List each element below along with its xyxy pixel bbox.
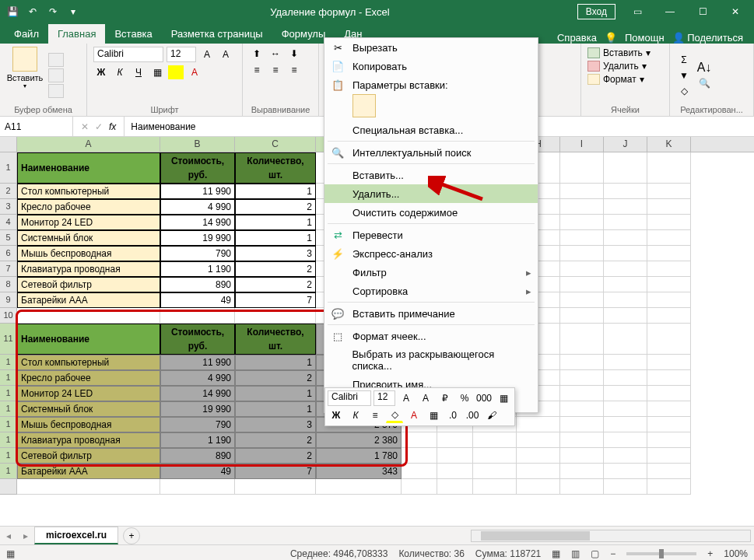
cell[interactable] xyxy=(560,261,604,277)
cell[interactable] xyxy=(517,417,560,432)
cell[interactable]: Системный блок xyxy=(17,401,160,417)
shrink-font-icon[interactable]: A xyxy=(218,47,233,61)
cell[interactable]: Количество, шт. xyxy=(235,152,316,184)
name-box[interactable]: A11 xyxy=(0,117,73,136)
cell[interactable] xyxy=(604,277,647,292)
cell[interactable] xyxy=(437,464,473,479)
sheet-tab[interactable]: microexcel.ru xyxy=(34,527,118,544)
cell[interactable]: 343 xyxy=(316,464,402,479)
cell[interactable]: Наименование xyxy=(17,324,160,355)
row-header[interactable]: 1 xyxy=(0,355,17,370)
cell[interactable]: 2 xyxy=(235,277,316,292)
format-painter-icon[interactable] xyxy=(48,84,64,98)
cell[interactable] xyxy=(517,464,560,479)
cell[interactable]: 2 xyxy=(235,432,316,448)
minimize-icon[interactable]: — xyxy=(654,1,686,23)
ctx-smart-lookup[interactable]: 🔍Интеллектуальный поиск xyxy=(324,143,538,162)
cell[interactable]: 1 780 xyxy=(316,448,402,464)
underline-button[interactable]: Ч xyxy=(131,65,146,79)
mini-painter-icon[interactable]: 🖌 xyxy=(483,408,500,423)
share-button[interactable]: 👤 Поделиться xyxy=(672,32,743,44)
mini-size-select[interactable]: 12 xyxy=(373,390,395,406)
cell[interactable] xyxy=(517,479,560,495)
mini-border-icon[interactable]: ▦ xyxy=(425,408,442,423)
row-header[interactable]: 7 xyxy=(0,261,17,277)
row-header[interactable]: 1 xyxy=(0,386,17,401)
mini-shrink-font-icon[interactable]: A xyxy=(417,390,434,406)
cell[interactable] xyxy=(560,386,604,401)
cell[interactable] xyxy=(560,199,604,215)
cell[interactable] xyxy=(560,324,604,355)
row-header[interactable]: 11 xyxy=(0,324,17,355)
cell[interactable]: 49 xyxy=(160,292,235,308)
cell[interactable]: 2 380 xyxy=(316,432,402,448)
maximize-icon[interactable]: ☐ xyxy=(687,1,718,23)
cell[interactable]: 1 xyxy=(235,215,316,230)
cell[interactable] xyxy=(647,308,691,324)
cell[interactable] xyxy=(402,464,437,479)
ctx-paste-special[interactable]: Специальная вставка... xyxy=(324,121,538,139)
cell[interactable]: Монитор 24 LED xyxy=(17,386,160,401)
cell[interactable]: 14 990 xyxy=(160,215,235,230)
cells-format-button[interactable]: Формат ▾ xyxy=(587,73,663,86)
cell[interactable] xyxy=(647,277,691,292)
find-icon[interactable]: 🔍 xyxy=(696,76,712,90)
align-mid-icon[interactable]: ↔ xyxy=(268,47,283,61)
align-center-icon[interactable]: ≡ xyxy=(268,63,283,77)
view-layout-icon[interactable]: ▥ xyxy=(571,548,580,559)
cell[interactable]: Клавиатура проводная xyxy=(17,261,160,277)
row-header[interactable]: 1 xyxy=(0,448,17,464)
cell[interactable]: 1 xyxy=(235,230,316,246)
cell[interactable] xyxy=(647,432,691,448)
row-header[interactable]: 1 xyxy=(0,152,17,184)
tell-me-icon[interactable]: 💡 xyxy=(605,32,617,44)
tab-help[interactable]: Справка xyxy=(557,32,597,44)
add-sheet-button[interactable]: + xyxy=(123,527,140,544)
cell[interactable]: Стол компьютерный xyxy=(17,355,160,370)
cell[interactable] xyxy=(437,479,473,495)
tab-home[interactable]: Главная xyxy=(48,24,105,44)
cell[interactable]: 11 990 xyxy=(160,184,235,199)
ctx-quick-analysis[interactable]: ⚡Экспресс-анализ xyxy=(324,244,538,263)
cell[interactable] xyxy=(647,464,691,479)
cell[interactable] xyxy=(647,184,691,199)
accept-formula-icon[interactable]: ✓ xyxy=(95,121,103,132)
col-header[interactable]: I xyxy=(560,137,604,152)
cell[interactable]: 19 990 xyxy=(160,230,235,246)
cell[interactable] xyxy=(647,448,691,464)
cell[interactable] xyxy=(560,448,604,464)
cell[interactable] xyxy=(604,432,647,448)
cell[interactable]: 2 xyxy=(235,370,316,386)
cell[interactable] xyxy=(604,386,647,401)
cell[interactable] xyxy=(604,355,647,370)
cell[interactable] xyxy=(604,246,647,261)
cell[interactable] xyxy=(604,448,647,464)
cell[interactable] xyxy=(316,479,402,495)
horizontal-scrollbar[interactable] xyxy=(471,530,751,542)
cell[interactable] xyxy=(473,448,517,464)
cell[interactable] xyxy=(160,479,235,495)
mini-dec-dec-icon[interactable]: .00 xyxy=(464,408,481,423)
cell[interactable]: Мышь беспроводная xyxy=(17,246,160,261)
tell-me[interactable]: Помощн xyxy=(625,32,665,44)
cell[interactable] xyxy=(402,448,437,464)
cell[interactable]: 1 190 xyxy=(160,432,235,448)
cell[interactable]: Батарейки ААА xyxy=(17,464,160,479)
cell[interactable]: 3 xyxy=(235,417,316,432)
row-header[interactable]: 8 xyxy=(0,277,17,292)
cell[interactable] xyxy=(647,261,691,277)
sort-filter-icon[interactable]: A↓ xyxy=(696,61,712,75)
cell[interactable] xyxy=(604,308,647,324)
ctx-delete[interactable]: Удалить... xyxy=(324,184,538,203)
cell[interactable]: 49 xyxy=(160,464,235,479)
cell[interactable]: 3 xyxy=(235,246,316,261)
cell[interactable] xyxy=(604,479,647,495)
cell[interactable] xyxy=(560,230,604,246)
cell[interactable]: Стоимость, руб. xyxy=(160,324,235,355)
cell[interactable] xyxy=(604,199,647,215)
select-all-corner[interactable] xyxy=(0,137,17,152)
fill-color-icon[interactable] xyxy=(168,65,184,79)
cell[interactable] xyxy=(560,277,604,292)
tab-insert[interactable]: Вставка xyxy=(105,24,161,44)
cell[interactable]: 7 xyxy=(235,292,316,308)
